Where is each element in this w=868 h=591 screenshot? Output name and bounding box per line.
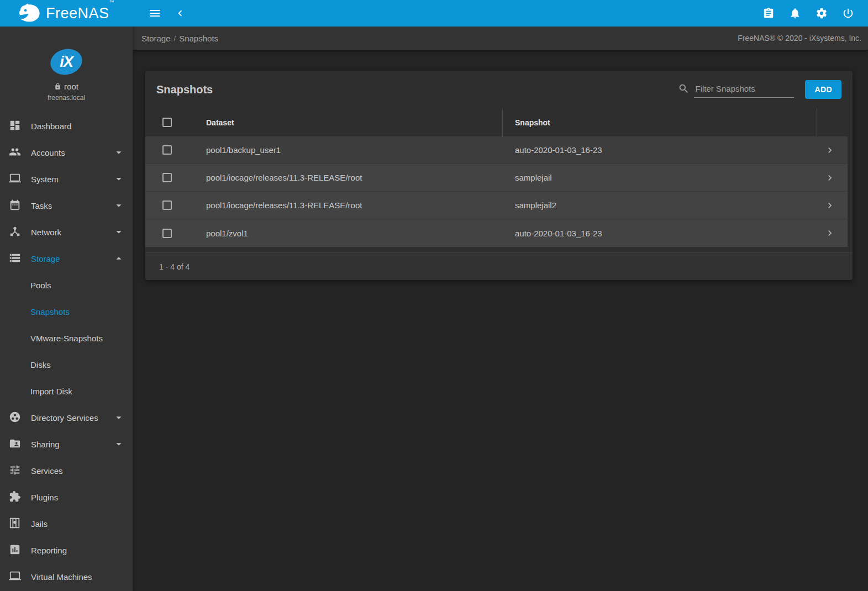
chevron-down-icon [113, 146, 125, 159]
folder-shared-icon [9, 437, 22, 451]
sidebar-item-label: Services [31, 466, 63, 476]
expand-row-icon [824, 172, 835, 183]
sidebar-item-services[interactable]: Services [0, 457, 133, 484]
sidebar-item-label: Accounts [31, 148, 65, 157]
chevron-down-icon [113, 438, 125, 450]
sidebar-item-label: Sharing [31, 440, 60, 449]
chevron-down-icon [113, 173, 125, 185]
power-button[interactable] [837, 2, 859, 24]
laptop-icon [9, 570, 22, 583]
expand-row-button[interactable] [824, 200, 835, 211]
chevron-down-icon [113, 226, 125, 238]
sidebar-item-sharing[interactable]: Sharing [0, 431, 133, 457]
sidebar-subitem-snapshots[interactable]: Snapshots [0, 298, 133, 325]
sidebar-item-label: Dashboard [31, 122, 71, 131]
row-checkbox[interactable] [162, 173, 172, 182]
filter-snapshots-input[interactable] [694, 82, 794, 98]
sidebar-item-system[interactable]: System [0, 166, 133, 192]
cell-dataset: pool1/zvol1 [188, 229, 503, 238]
sidebar-item-storage[interactable]: Storage [0, 245, 133, 272]
snapshots-card: Snapshots ADD Dataset Snapshot pool1/bac… [145, 71, 853, 280]
avatar: iX [50, 49, 82, 75]
menu-button[interactable] [144, 2, 166, 24]
column-header-snapshot[interactable]: Snapshot [503, 108, 817, 136]
alerts-button[interactable] [784, 2, 806, 24]
user-block: iX root freenas.local [0, 27, 133, 102]
freenas-shark-logo-icon [18, 3, 41, 23]
storage-icon [9, 252, 22, 265]
settings-button[interactable] [811, 2, 833, 24]
sidebar-item-virtual-machines[interactable]: Virtual Machines [0, 563, 133, 590]
sidebar-subitem-label: Pools [30, 281, 51, 290]
breadcrumb-storage[interactable]: Storage [138, 34, 174, 43]
calendar-icon [9, 199, 22, 212]
select-all-checkbox[interactable] [162, 118, 172, 127]
lock-icon [54, 83, 61, 90]
row-checkbox[interactable] [162, 145, 172, 155]
device-hub-icon [9, 225, 22, 239]
cell-dataset: pool1/iocage/releases/11.3-RELEASE/root [188, 200, 503, 210]
cell-snapshot: samplejail [503, 173, 812, 182]
sidebar-subitem-label: Snapshots [30, 307, 70, 316]
freenas-brand: FreeNAS™ [0, 3, 133, 23]
chevron-down-icon [113, 199, 125, 212]
sidebar-item-label: Virtual Machines [31, 572, 92, 582]
hostname: freenas.local [0, 94, 133, 102]
expand-row-button[interactable] [824, 145, 835, 156]
sidebar-item-reporting[interactable]: Reporting [0, 537, 133, 563]
cell-dataset: pool1/backup_user1 [188, 145, 503, 155]
breadcrumb-snapshots[interactable]: Snapshots [176, 34, 222, 43]
expand-row-button[interactable] [824, 228, 835, 239]
row-checkbox[interactable] [162, 229, 172, 238]
sidebar-item-jails[interactable]: Jails [0, 510, 133, 537]
paginator-range: 1 - 4 of 4 [159, 262, 190, 271]
bar-chart-icon [9, 543, 22, 557]
group-work-icon [9, 411, 22, 424]
sidebar-item-directory-services[interactable]: Directory Services [0, 404, 133, 431]
breadcrumb-bar: Storage / Snapshots FreeNAS® © 2020 - iX… [133, 27, 868, 50]
expand-row-icon [824, 200, 835, 211]
sidebar-subitem-import-disk[interactable]: Import Disk [0, 378, 133, 404]
sidebar-subitem-vmware-snapshots[interactable]: VMware-Snapshots [0, 325, 133, 351]
task-manager-button[interactable] [757, 2, 780, 24]
expand-row-icon [824, 228, 835, 239]
main-content: Snapshots ADD Dataset Snapshot pool1/bac… [133, 50, 868, 591]
trademark: ™ [109, 0, 115, 5]
chevron-left-icon [174, 7, 186, 19]
sidebar-item-dashboard[interactable]: Dashboard [0, 113, 133, 139]
sidebar-item-label: Reporting [31, 546, 67, 555]
copyright-text: FreeNAS® © 2020 - iXsystems, Inc. [738, 34, 862, 43]
expand-row-button[interactable] [824, 172, 835, 183]
sidebar-item-label: Network [31, 228, 61, 237]
row-checkbox[interactable] [162, 200, 172, 210]
bell-icon [789, 7, 801, 19]
back-button[interactable] [169, 2, 191, 24]
sidebar-item-tasks[interactable]: Tasks [0, 192, 133, 219]
sidebar-subitem-pools[interactable]: Pools [0, 272, 133, 298]
table-row[interactable]: pool1/iocage/releases/11.3-RELEASE/roots… [145, 164, 848, 192]
sidebar-item-label: Plugins [31, 493, 58, 502]
sidebar-item-plugins[interactable]: Plugins [0, 484, 133, 510]
sidebar-item-accounts[interactable]: Accounts [0, 139, 133, 166]
column-header-dataset[interactable]: Dataset [188, 108, 503, 136]
sidebar-subitem-label: VMware-Snapshots [30, 334, 103, 343]
power-icon [842, 7, 854, 19]
puzzle-icon [9, 490, 22, 504]
cell-snapshot: auto-2020-01-03_16-23 [503, 229, 812, 238]
clipboard-icon [762, 7, 775, 19]
cell-dataset: pool1/iocage/releases/11.3-RELEASE/root [188, 173, 503, 182]
sidebar-item-network[interactable]: Network [0, 219, 133, 245]
add-button[interactable]: ADD [805, 80, 841, 99]
sidebar-subitem-disks[interactable]: Disks [0, 351, 133, 378]
ix-logo: iX [50, 49, 82, 75]
sidebar-item-label: Jails [31, 519, 48, 529]
laptop-icon [9, 172, 22, 186]
table-row[interactable]: pool1/iocage/releases/11.3-RELEASE/roots… [145, 192, 848, 219]
table-row[interactable]: pool1/backup_user1auto-2020-01-03_16-23 [145, 136, 848, 164]
cell-snapshot: auto-2020-01-03_16-23 [503, 145, 812, 155]
table-row[interactable]: pool1/zvol1auto-2020-01-03_16-23 [145, 219, 848, 247]
chevron-up-icon [113, 252, 125, 265]
cell-snapshot: samplejail2 [503, 200, 812, 210]
menu-icon [148, 7, 161, 20]
table-body: pool1/backup_user1auto-2020-01-03_16-23p… [145, 136, 848, 247]
